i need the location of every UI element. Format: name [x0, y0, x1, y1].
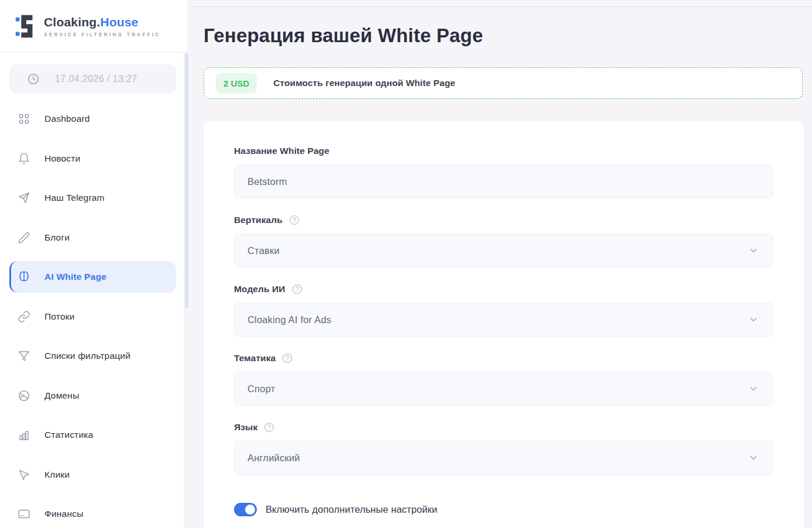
sidebar-nav: Dashboard Новости Наш Telegram Блоги AI …: [0, 103, 184, 528]
sidebar-item-label: Списки фильтраций: [44, 351, 130, 361]
page-title: Генерация вашей White Page: [204, 25, 483, 47]
help-icon[interactable]: [263, 421, 275, 433]
field-label: Вертикаль: [234, 214, 773, 227]
field-group-vertical: Вертикаль Ставки: [234, 214, 773, 268]
name-field-wrapper: [234, 164, 773, 198]
language-select[interactable]: Английский: [234, 441, 773, 475]
field-label-text: Модель ИИ: [234, 284, 285, 294]
page: Cloaking.House SERVICE FILTERING TRAFFIC…: [0, 0, 812, 528]
sidebar-item-label: Финансы: [44, 509, 83, 519]
field-group-theme: Тематика Спорт: [234, 352, 773, 406]
price-banner-text: Стоимость генерации одной White Page: [273, 78, 455, 88]
price-badge: 2 USD: [216, 73, 257, 94]
name-input[interactable]: [247, 176, 760, 187]
sidebar-item-dashboard[interactable]: Dashboard: [0, 103, 184, 135]
chevron-down-icon: [748, 383, 759, 394]
sidebar-item-ai-white-page[interactable]: AI White Page: [9, 261, 176, 293]
datetime-pill: 17.04.2026 / 13:27: [9, 64, 176, 94]
vertical-select[interactable]: Ставки: [234, 234, 773, 268]
theme-select-value: Спорт: [247, 383, 275, 395]
help-icon[interactable]: [288, 214, 300, 226]
field-label-text: Язык: [234, 422, 257, 433]
cursor-icon: [18, 468, 30, 481]
field-label: Модель ИИ: [234, 283, 773, 296]
credit-card-icon: [18, 508, 30, 520]
ai-model-select-value: Cloaking AI for Ads: [247, 314, 331, 325]
link-icon: [18, 310, 30, 323]
sidebar: Cloaking.House SERVICE FILTERING TRAFFIC…: [0, 0, 184, 528]
chevron-down-icon: [748, 314, 759, 325]
help-icon[interactable]: [291, 283, 303, 295]
language-select-value: Английский: [247, 452, 300, 464]
dashboard-icon: [18, 112, 30, 125]
advanced-settings-label: Включить дополнительные настройки: [266, 504, 437, 515]
field-label-text: Тематика: [234, 353, 276, 364]
sidebar-item-label: Домены: [44, 390, 79, 401]
filter-icon: [18, 349, 30, 362]
sidebar-item-telegram[interactable]: Наш Telegram: [0, 182, 184, 214]
sidebar-item-label: Наш Telegram: [44, 193, 105, 203]
bell-icon: [18, 152, 30, 165]
sidebar-item-clicks[interactable]: Клики: [0, 459, 184, 491]
logo-name-accent: House: [100, 15, 138, 29]
brain-icon: [18, 270, 30, 283]
field-group-name: Название White Page: [234, 145, 773, 198]
send-icon: [18, 191, 30, 204]
sidebar-item-statistics[interactable]: Статистика: [0, 419, 184, 451]
logo-icon: [15, 13, 36, 40]
field-group-language: Язык Английский: [234, 421, 773, 475]
field-label: Тематика: [234, 352, 773, 365]
sidebar-item-news[interactable]: Новости: [0, 143, 184, 174]
sidebar-item-label: Dashboard: [44, 114, 90, 124]
vertical-select-value: Ставки: [247, 245, 280, 256]
chevron-down-icon: [748, 245, 759, 256]
sidebar-item-domains[interactable]: Домены: [0, 380, 184, 412]
clock-icon: [27, 73, 40, 85]
sidebar-scrollbar[interactable]: [185, 53, 188, 308]
top-divider: [188, 6, 812, 7]
theme-select[interactable]: Спорт: [234, 372, 773, 406]
field-group-ai-model: Модель ИИ Cloaking AI for Ads: [234, 283, 773, 337]
white-page-form-card: Название White Page Вертикаль Ставки Мод…: [204, 121, 804, 528]
sidebar-item-label: Новости: [44, 153, 80, 164]
field-label: Название White Page: [234, 145, 773, 157]
pencil-icon: [18, 231, 30, 244]
sidebar-item-label: Потоки: [44, 311, 75, 322]
logo-tagline: SERVICE FILTERING TRAFFIC: [44, 32, 161, 37]
bar-chart-icon: [18, 428, 30, 441]
sidebar-item-finances[interactable]: Финансы: [0, 498, 184, 528]
sidebar-item-label: Блоги: [44, 232, 70, 243]
sidebar-item-flows[interactable]: Потоки: [0, 301, 184, 332]
logo-name-primary: Cloaking.: [44, 15, 100, 29]
toggle-knob: [245, 505, 255, 515]
globe-icon: [18, 389, 30, 402]
sidebar-item-label: Статистика: [44, 430, 93, 440]
sidebar-item-label: Клики: [44, 469, 70, 480]
sidebar-item-blogs[interactable]: Блоги: [0, 222, 184, 253]
field-label-text: Название White Page: [234, 146, 329, 156]
ai-model-select[interactable]: Cloaking AI for Ads: [234, 303, 773, 337]
price-banner: 2 USD Стоимость генерации одной White Pa…: [204, 67, 803, 99]
advanced-settings-row: Включить дополнительные настройки: [234, 503, 773, 516]
field-label-text: Вертикаль: [234, 215, 283, 225]
help-icon[interactable]: [281, 352, 293, 364]
chevron-down-icon: [748, 452, 759, 463]
field-label: Язык: [234, 421, 773, 434]
sidebar-item-filter-lists[interactable]: Списки фильтраций: [0, 340, 184, 372]
sidebar-item-label: AI White Page: [44, 272, 106, 282]
sidebar-header: Cloaking.House SERVICE FILTERING TRAFFIC: [0, 0, 187, 53]
logo-text: Cloaking.House SERVICE FILTERING TRAFFIC: [44, 15, 161, 37]
advanced-settings-toggle[interactable]: [234, 503, 257, 516]
logo[interactable]: Cloaking.House SERVICE FILTERING TRAFFIC: [15, 13, 161, 40]
datetime-text: 17.04.2026 / 13:27: [55, 74, 137, 84]
